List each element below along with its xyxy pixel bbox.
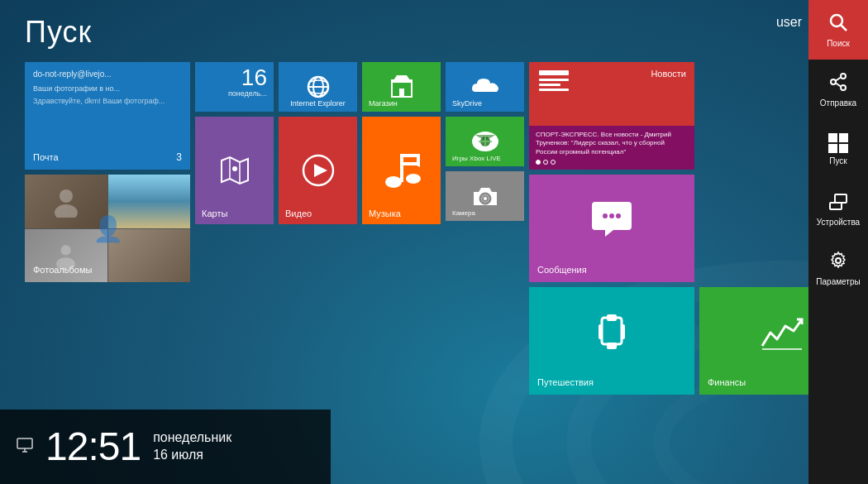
- svg-rect-44: [830, 203, 842, 209]
- svg-point-37: [831, 15, 842, 26]
- tile-music-label: Музыка: [369, 208, 401, 219]
- svg-rect-10: [392, 80, 412, 83]
- charm-settings[interactable]: Параметры: [808, 238, 868, 298]
- svg-line-42: [836, 77, 841, 80]
- tile-cal-day: понедель...: [195, 89, 267, 98]
- tile-messages[interactable]: Сообщения: [529, 175, 694, 282]
- skydrive-icon: [469, 75, 502, 98]
- clock-time: 12:51: [45, 427, 141, 467]
- charm-share[interactable]: Отправка: [808, 60, 868, 119]
- tile-store-label: Магазин: [369, 99, 398, 108]
- dot-3: [551, 160, 556, 165]
- col-3: Магазин SkyDrive: [362, 62, 524, 395]
- tile-mail[interactable]: do-not-reply@livejo... Ваши фотографии в…: [25, 62, 190, 170]
- video-icon: [298, 151, 338, 190]
- start-title: Пуск: [25, 15, 92, 50]
- svg-point-26: [603, 213, 608, 218]
- svg-point-39: [841, 74, 846, 79]
- music-icon: [380, 151, 423, 190]
- win-q4: [839, 144, 848, 153]
- charm-share-label: Отправка: [820, 98, 856, 108]
- svg-point-2: [61, 246, 71, 256]
- charm-devices[interactable]: Устройства: [808, 179, 868, 238]
- svg-rect-29: [602, 318, 622, 344]
- tile-travel-label: Путешествия: [537, 377, 594, 388]
- tile-travel[interactable]: Путешествия: [529, 287, 694, 395]
- svg-point-28: [616, 213, 621, 218]
- tile-store[interactable]: Магазин: [362, 62, 441, 112]
- svg-point-11: [385, 176, 402, 188]
- xbox-icon: [470, 130, 500, 153]
- svg-line-38: [841, 25, 847, 31]
- start-icon: [828, 133, 848, 153]
- svg-rect-48: [17, 438, 32, 448]
- tile-xbox[interactable]: Игры Xbox LIVE: [446, 117, 524, 166]
- camera-icon: [470, 184, 500, 208]
- col-2-top: 16 понедель... Internet Explorer: [195, 62, 357, 112]
- ie-icon: [303, 72, 333, 102]
- svg-rect-13: [400, 154, 403, 182]
- tile-camera[interactable]: Камера: [446, 171, 524, 221]
- share-icon: [828, 72, 848, 95]
- dot-2: [543, 160, 548, 165]
- maps-icon: [215, 151, 255, 190]
- tile-skydrive-label: SkyDrive: [452, 99, 482, 108]
- svg-point-7: [232, 166, 237, 171]
- svg-rect-30: [607, 314, 617, 321]
- charm-start-label: Пуск: [829, 156, 847, 165]
- tile-ie-label: Internet Explorer: [279, 99, 357, 108]
- photo-1: [25, 175, 107, 228]
- devices-icon: [828, 191, 848, 214]
- clock-date-value: 16 июля: [153, 447, 231, 464]
- tile-video[interactable]: Видео: [279, 117, 357, 224]
- tile-messages-label: Сообщения: [537, 265, 587, 276]
- tile-mail-label: Почта: [33, 152, 59, 163]
- charm-start[interactable]: Пуск: [808, 119, 868, 179]
- tile-mail-subject: Ваши фотографии в но...: [33, 84, 182, 94]
- store-icon: [389, 74, 415, 100]
- charm-search[interactable]: Поиск: [808, 0, 868, 60]
- svg-point-1: [55, 204, 78, 218]
- col-1: do-not-reply@livejo... Ваши фотографии в…: [25, 62, 190, 395]
- tile-maps[interactable]: Карты: [195, 117, 274, 224]
- svg-rect-23: [539, 79, 569, 81]
- tile-news-label: Новости: [651, 69, 686, 79]
- user-name: user: [776, 15, 802, 30]
- col-2-bottom: Карты Видео: [195, 117, 357, 224]
- finance-icon: [759, 313, 805, 352]
- win-q2: [839, 133, 848, 142]
- svg-marker-9: [314, 164, 327, 177]
- tile-news-text: СПОРТ-ЭКСПРЕСС. Все новости - Дмитрий Тр…: [536, 131, 688, 156]
- charm-settings-label: Параметры: [816, 277, 860, 286]
- tile-news-bottom: СПОРТ-ЭКСПРЕСС. Все новости - Дмитрий Тр…: [529, 126, 694, 170]
- tile-photos[interactable]: Фотоальбомы: [25, 175, 190, 282]
- tile-mail-badge: 3: [176, 151, 182, 163]
- col-3-top: Магазин SkyDrive: [362, 62, 524, 112]
- svg-rect-33: [622, 324, 625, 339]
- tile-video-label: Видео: [285, 208, 312, 219]
- svg-rect-25: [539, 89, 569, 91]
- messages-icon: [589, 200, 635, 240]
- tile-ie[interactable]: Internet Explorer: [279, 62, 357, 112]
- svg-rect-32: [599, 324, 602, 339]
- win-q3: [828, 144, 837, 153]
- tile-cal-number: 16: [195, 66, 267, 89]
- tiles-container: do-not-reply@livejo... Ваши фотографии в…: [25, 62, 802, 395]
- svg-point-12: [406, 174, 421, 184]
- tile-skydrive[interactable]: SkyDrive: [446, 62, 524, 112]
- search-icon: [828, 12, 848, 36]
- svg-point-40: [831, 79, 836, 84]
- windows-logo: [828, 133, 848, 153]
- svg-rect-31: [607, 343, 617, 349]
- tile-music[interactable]: Музыка: [362, 117, 441, 224]
- tile-calendar[interactable]: 16 понедель...: [195, 62, 274, 112]
- tile-finance-label: Финансы: [708, 377, 746, 388]
- charm-devices-label: Устройства: [817, 218, 860, 227]
- tile-mail-from: do-not-reply@livejo...: [33, 69, 182, 80]
- win-q1: [828, 133, 837, 142]
- tile-news[interactable]: Новости СПОРТ-ЭКСПРЕСС. Все новости - Дм…: [529, 62, 694, 170]
- tile-maps-label: Карты: [202, 208, 227, 219]
- clock-date: понедельник 16 июля: [153, 429, 231, 464]
- clock-bar: 12:51 понедельник 16 июля: [0, 410, 331, 484]
- svg-line-43: [836, 83, 841, 86]
